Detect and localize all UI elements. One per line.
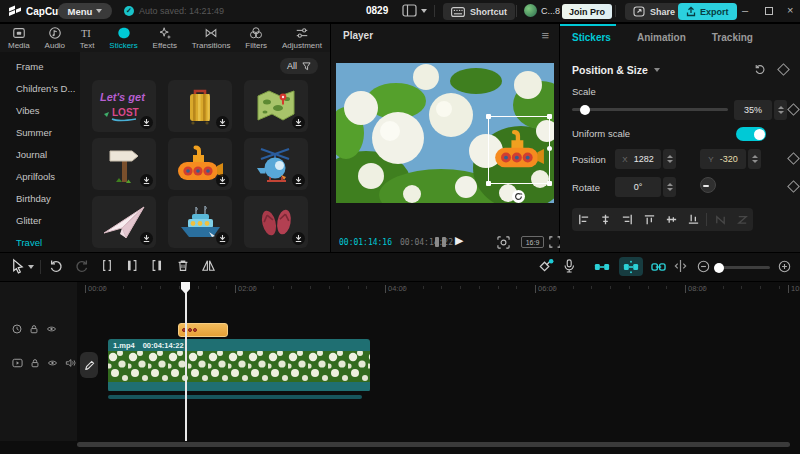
eye-icon[interactable] <box>46 324 57 334</box>
download-icon[interactable] <box>140 232 153 245</box>
sticker-filter[interactable]: All <box>280 58 318 74</box>
position-keyframe-icon[interactable] <box>787 152 800 165</box>
rotate-handle[interactable] <box>512 190 525 203</box>
align-middle-vertical-icon[interactable] <box>660 208 682 231</box>
lock-icon[interactable] <box>29 324 39 334</box>
download-icon[interactable] <box>292 116 305 129</box>
tab-adjustment[interactable]: Adjustment <box>282 26 322 50</box>
sticker-selection-box[interactable] <box>488 116 550 184</box>
minimize-button[interactable]: – <box>742 4 748 17</box>
video-track-icon[interactable] <box>12 358 23 368</box>
lock-icon[interactable] <box>30 358 40 368</box>
tab-transitions[interactable]: Transitions <box>192 26 231 50</box>
sticker-item-lets-get-lost-text[interactable]: Let's get LOST <box>92 80 156 132</box>
tab-tracking[interactable]: Tracking <box>712 32 753 43</box>
delete-right-button[interactable] <box>150 258 164 273</box>
speaker-icon[interactable] <box>65 358 76 368</box>
zoom-out-icon[interactable] <box>697 260 710 273</box>
download-icon[interactable] <box>140 174 153 187</box>
maximize-button[interactable] <box>765 7 773 15</box>
avatar[interactable] <box>524 4 537 17</box>
zoom-in-icon[interactable] <box>778 260 791 273</box>
select-tool[interactable] <box>10 258 25 274</box>
align-center-horizontal-icon[interactable] <box>594 208 616 231</box>
voiceover-mic-button[interactable] <box>562 258 576 274</box>
tab-animation[interactable]: Animation <box>637 32 686 43</box>
keyframe-tool-button[interactable] <box>537 258 554 274</box>
download-icon[interactable] <box>216 174 229 187</box>
shortcut-button[interactable]: Shortcut <box>443 3 515 20</box>
timeline-ruler[interactable]: 00:0002:0004:0006:0008:0010:00 <box>0 282 800 300</box>
delete-left-button[interactable] <box>125 258 139 273</box>
sidebar-item-travel[interactable]: Travel <box>0 232 80 252</box>
account-label[interactable]: C...8 <box>541 6 560 16</box>
preview-quality-icon[interactable] <box>497 236 510 249</box>
scale-keyframe-icon[interactable] <box>787 103 800 116</box>
sidebar-item-frame[interactable]: Frame <box>0 56 80 78</box>
timeline-area[interactable]: 00:0002:0004:0006:0008:0010:00 1.mp4 00:… <box>0 282 800 454</box>
sticker-item-helicopter[interactable] <box>244 138 308 190</box>
edit-pencil-button[interactable] <box>80 352 98 378</box>
clock-icon[interactable] <box>12 324 22 334</box>
scale-slider-knob[interactable] <box>580 105 590 115</box>
resize-handle[interactable] <box>547 181 552 186</box>
play-button[interactable]: ▶ <box>455 234 463 247</box>
share-button[interactable]: Share <box>625 3 683 20</box>
sidebar-item-birthday[interactable]: Birthday <box>0 188 80 210</box>
tab-stickers[interactable]: Stickers <box>109 26 137 50</box>
tab-filters[interactable]: Filters <box>245 26 267 50</box>
uniform-scale-toggle[interactable] <box>736 127 766 141</box>
aspect-ratio-button[interactable]: 16:9 <box>521 236 544 248</box>
rotate-stepper[interactable] <box>663 177 676 197</box>
mirror-button[interactable] <box>201 258 216 273</box>
eye-icon[interactable] <box>47 358 58 368</box>
frame-step-icon[interactable] <box>435 237 446 247</box>
position-y-field[interactable]: Y -320 <box>700 149 746 169</box>
section-position-size[interactable]: Position & Size <box>572 64 660 76</box>
linking-button[interactable] <box>646 257 670 276</box>
align-top-icon[interactable] <box>638 208 660 231</box>
undo-button[interactable] <box>49 258 64 273</box>
horizontal-scrollbar[interactable] <box>77 442 790 447</box>
download-icon[interactable] <box>292 174 305 187</box>
scale-value-field[interactable]: 35% <box>734 100 772 120</box>
preview-axis-button[interactable] <box>673 259 688 273</box>
close-button[interactable]: × <box>787 4 793 17</box>
resize-handle[interactable] <box>486 181 491 186</box>
video-clip[interactable]: 1.mp4 00:04:14:22 <box>108 339 370 392</box>
rotate-value-field[interactable]: 0° <box>615 177 661 197</box>
reset-icon[interactable] <box>754 63 766 75</box>
playhead-line[interactable] <box>185 283 187 441</box>
video-preview[interactable] <box>336 63 554 203</box>
download-icon[interactable] <box>140 116 153 129</box>
sidebar-item-summer[interactable]: Summer <box>0 122 80 144</box>
align-bottom-icon[interactable] <box>682 208 704 231</box>
magnetic-snap-button[interactable] <box>590 257 614 276</box>
sticker-item-submarine[interactable] <box>168 138 232 190</box>
submarine-overlay-sticker[interactable] <box>493 128 545 172</box>
sidebar-item-children-s-d-[interactable]: Children's D... <box>0 78 80 100</box>
timeline-zoom-knob[interactable] <box>714 263 724 273</box>
resize-handle[interactable] <box>547 114 552 119</box>
sidebar-item-journal[interactable]: Journal <box>0 144 80 166</box>
sidebar-item-glitter[interactable]: Glitter <box>0 210 80 232</box>
position-x-stepper[interactable] <box>663 149 676 169</box>
sidebar-item-vibes[interactable]: Vibes <box>0 100 80 122</box>
sidebar-item-aprilfools[interactable]: Aprilfools <box>0 166 80 188</box>
position-x-field[interactable]: X 1282 <box>615 149 661 169</box>
align-left-icon[interactable] <box>572 208 594 231</box>
split-button[interactable] <box>100 258 114 273</box>
rotate-keyframe-icon[interactable] <box>787 180 800 193</box>
sticker-item-travel-map[interactable] <box>244 80 308 132</box>
tab-stickers-settings[interactable]: Stickers <box>572 32 611 43</box>
delete-button[interactable] <box>176 258 190 273</box>
rotate-dial[interactable] <box>700 177 716 193</box>
download-icon[interactable] <box>216 232 229 245</box>
keyframe-icon[interactable] <box>777 63 790 76</box>
scale-slider[interactable] <box>572 108 728 111</box>
chevron-down-icon[interactable] <box>28 265 34 269</box>
layout-switcher[interactable] <box>402 4 427 17</box>
sticker-item-signpost[interactable] <box>92 138 156 190</box>
join-pro-button[interactable]: Join Pro <box>562 4 612 19</box>
auto-snapping-button[interactable] <box>619 257 643 276</box>
